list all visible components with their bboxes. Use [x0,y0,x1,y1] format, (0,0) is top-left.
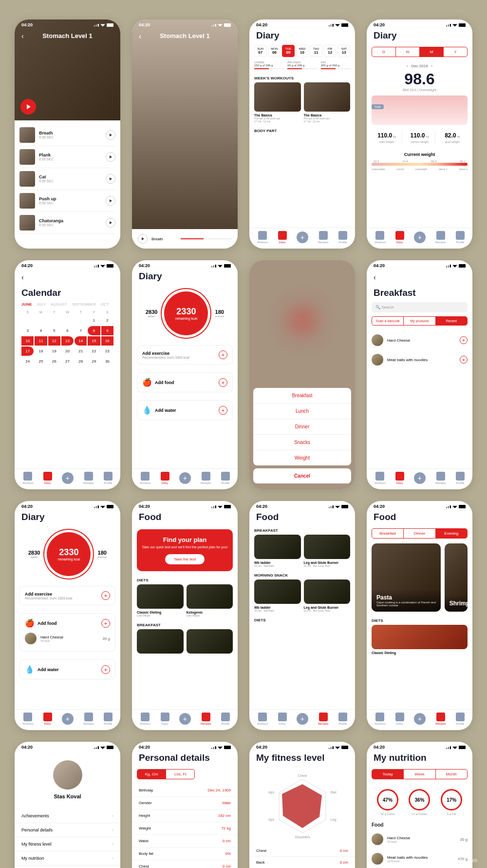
day-cell[interactable]: THU11 [310,45,322,57]
tab-recipes[interactable]: Recipes [201,713,211,725]
seg-option[interactable]: Y [444,47,467,57]
tab-workout[interactable]: Workout [375,713,385,725]
meal-tab[interactable]: Evening [436,529,467,538]
recipe-card[interactable]: PastaCajun cooking is a combination of F… [372,543,441,612]
seg-option[interactable]: D [372,47,396,57]
workout-card[interactable]: The BasicsPull-ups & HR push-ups17 Cal ·… [304,82,351,123]
detail-row[interactable]: Body fat0% [132,848,238,860]
back-icon[interactable]: ‹ [139,32,141,41]
tab-profile[interactable]: Profile [456,231,465,244]
tab-recipes[interactable]: Recipes [435,231,446,244]
workout-card[interactable]: The BasicsPull-ups & HR push-ups17 Cal ·… [254,82,301,123]
add-icon[interactable]: + [219,350,227,359]
add-icon[interactable]: + [460,336,468,344]
day-cell[interactable]: SAT13 [337,45,350,57]
play-icon[interactable] [106,218,115,228]
tab-profile[interactable]: Profile [221,713,230,725]
day-cell[interactable]: SUN07 [254,45,267,57]
calendar-day[interactable]: 30 [101,357,113,366]
period-tab[interactable]: Today [372,770,404,779]
tab-diary[interactable]: Diary [161,472,169,484]
food-item[interactable]: Meat balls with noodles+ [367,350,472,369]
exercise-item[interactable]: Cat0:30 SEC [19,168,115,190]
diet-card[interactable]: KetogenicLose Weight [187,584,233,617]
calendar-day[interactable]: 4 [35,326,47,335]
food-item[interactable]: Hard Cheese70 kcal20 g [367,829,472,849]
detail-row[interactable]: Weight72 kg [132,822,238,835]
tab-diary[interactable]: Diary [43,713,52,725]
filter-chip[interactable]: Recent [436,317,467,325]
video-player[interactable]: ‹ Stomach Level 1 [132,19,238,229]
calendar-day[interactable]: 5 [48,326,60,335]
tab-recipes[interactable]: Recipes [318,231,329,244]
calendar-day[interactable]: 6 [61,326,74,335]
calendar-day[interactable]: 11 [35,336,47,346]
detail-row[interactable]: GenderMale [132,797,238,810]
recipe-card[interactable]: Shrimp [445,543,468,612]
calendar-day[interactable]: 25 [35,357,47,366]
calendar-day[interactable]: 10 [21,336,34,346]
tab-diary[interactable]: Diary [278,231,287,244]
tab-diary[interactable]: Diary [43,472,52,484]
profile-row[interactable]: Personal details› [15,823,120,837]
unit-option[interactable]: Kg, Cm [137,770,166,779]
calendar-day[interactable]: 13 [61,336,74,346]
unit-option[interactable]: Lbs, Ft [166,770,194,779]
tab-profile[interactable]: Profile [104,472,112,484]
calendar-day[interactable]: 18 [35,347,47,356]
add-icon[interactable]: + [219,406,227,415]
calendar-day[interactable]: 14 [75,336,87,346]
calendar-day[interactable]: 12 [48,336,60,346]
exercise-item[interactable]: Push up0:30 SEC [19,190,115,212]
add-icon[interactable]: + [219,378,227,387]
tab-profile[interactable]: Profile [104,713,112,725]
food-item[interactable]: Hard Cheese+ [367,330,472,350]
diet-card[interactable]: Classic DietingLose Weight [137,584,184,617]
calendar-day[interactable]: 19 [48,347,60,356]
play-icon[interactable] [106,174,115,184]
calendar-day[interactable]: 9 [101,326,113,335]
tab-workout[interactable]: Workout [22,472,33,484]
profile-row[interactable]: My fitness level› [15,837,120,851]
calendar-day[interactable]: 22 [88,347,100,356]
add-exercise-card[interactable]: Add exerciseRecommended: burn 1003 kcal+ [19,586,115,605]
profile-row[interactable]: Goal› [15,866,120,868]
add-food-card[interactable]: 🍎Add food + [137,372,233,392]
tab-workout[interactable]: Workout [257,713,268,725]
meal-card[interactable]: Wb ladder15 min · Wall Balls [254,579,301,612]
sheet-option[interactable]: Weight [253,450,351,465]
profile-row[interactable]: My nutrition› [15,851,120,866]
take-test-button[interactable]: Take the test [165,554,205,564]
tab-add[interactable]: + [414,231,426,243]
tab-recipes[interactable]: Recipes [83,713,94,725]
month-tab[interactable]: OCT [101,302,109,307]
tab-profile[interactable]: Profile [338,231,347,244]
day-cell[interactable]: MON08 [268,45,281,57]
tab-diary[interactable]: Diary [161,713,169,725]
calendar-day[interactable]: 20 [61,347,74,356]
tab-add[interactable]: + [297,713,308,725]
tab-add[interactable]: + [414,472,426,484]
day-cell[interactable]: TUE09 [282,45,295,57]
back-icon[interactable]: ‹ [374,273,376,281]
seg-option[interactable]: M [420,47,444,57]
tab-recipes[interactable]: Recipes [201,472,211,484]
tab-add[interactable]: + [297,231,308,243]
month-tab[interactable]: JULY [37,302,46,307]
calendar-day[interactable]: 1 [88,316,100,325]
play-button[interactable] [20,99,36,115]
add-water-card[interactable]: 💧Add water+ [19,659,115,679]
detail-row[interactable]: BirthdayDec 24, 1909 [132,784,238,797]
calendar-day[interactable]: 16 [101,336,113,346]
day-cell[interactable]: FRI12 [324,45,337,57]
tab-recipes[interactable]: Recipes [435,713,446,725]
play-icon[interactable] [106,130,115,140]
tab-recipes[interactable]: Recipes [435,472,446,484]
calendar-day[interactable]: 27 [61,357,74,366]
tab-profile[interactable]: Profile [338,713,347,725]
seg-option[interactable]: W [396,47,420,57]
tab-recipes[interactable]: Recipes [83,472,94,484]
add-food-card[interactable]: 🍎Add food+ Hard Cheese70 kcal20 g [19,613,115,652]
exercise-item[interactable]: Plank0:30 SEC [19,146,115,168]
calendar-day[interactable]: 21 [75,347,87,356]
